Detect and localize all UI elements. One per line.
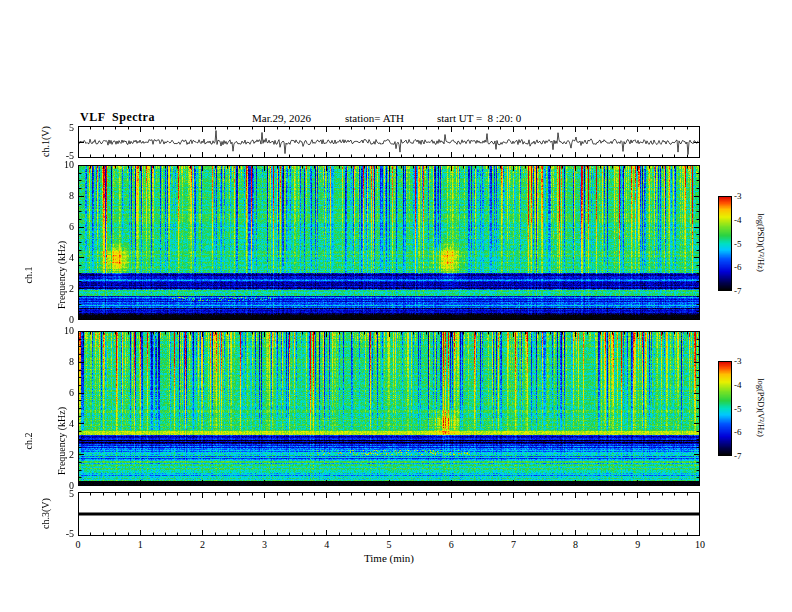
spec-y-tick-label: 4 — [50, 252, 74, 263]
ch3-wave-ylabel: ch.3(V) — [40, 489, 51, 539]
x-tick-label: 7 — [503, 539, 523, 550]
ch1-waveform-panel — [78, 126, 700, 158]
spec-y-tick-label: 4 — [50, 418, 74, 429]
ch1-wave-ylabel: ch.1(V) — [40, 117, 51, 167]
x-tick-label: 5 — [379, 539, 399, 550]
ch1-spectrogram-panel — [78, 165, 700, 320]
x-tick-label: 0 — [68, 539, 88, 550]
spec-y-tick-label: 8 — [50, 190, 74, 201]
colorbar-tick-label: -5 — [734, 404, 754, 415]
header-start-ut: start UT = 8 :20: 0 — [437, 112, 521, 124]
wave-y-tick-label: 5 — [50, 488, 74, 499]
colorbar-tick-label: -3 — [734, 191, 754, 202]
colorbar-tick-label: -4 — [734, 215, 754, 226]
header-date: Mar.29, 2026 — [252, 112, 311, 124]
vlf-spectra-figure: VLF Spectra Mar.29, 2026 station= ATH st… — [0, 0, 792, 612]
x-tick-label: 2 — [192, 539, 212, 550]
x-tick-label: 6 — [441, 539, 461, 550]
colorbar-tick-label: -5 — [734, 239, 754, 250]
colorbar-tick-label: -6 — [734, 262, 754, 273]
spec-y-tick-label: 2 — [50, 283, 74, 294]
header-station: station= ATH — [345, 112, 404, 124]
colorbar-tick-label: -7 — [734, 286, 754, 297]
colorbar-ch2 — [718, 361, 732, 456]
x-tick-label: 9 — [628, 539, 648, 550]
x-tick-label: 1 — [130, 539, 150, 550]
colorbar-tick-label: -6 — [734, 427, 754, 438]
colorbar-2-label: log(PSD)(V²/Hz) — [756, 363, 765, 453]
colorbar-ch1 — [718, 196, 732, 291]
ch1-spec-ylabel-channel: ch.1 — [23, 200, 34, 350]
spec-y-tick-label: 2 — [50, 449, 74, 460]
wave-y-tick-label: -5 — [50, 528, 74, 539]
ch2-spectrogram-panel — [78, 331, 700, 486]
colorbar-tick-label: -3 — [734, 356, 754, 367]
spec-y-tick-label: 6 — [50, 221, 74, 232]
spec-y-tick-label: 0 — [50, 314, 74, 325]
spec-y-tick-label: 6 — [50, 387, 74, 398]
wave-y-tick-label: 5 — [50, 122, 74, 133]
plot-title: VLF Spectra — [80, 111, 155, 123]
wave-y-tick-label: -5 — [50, 150, 74, 161]
spec-y-tick-label: 8 — [50, 356, 74, 367]
spec-y-tick-label: 10 — [50, 325, 74, 336]
ch2-spec-ylabel-channel: ch.2 — [23, 366, 34, 516]
ch1-spec-ylabel: ch.1 Frequency (kHz) — [1, 200, 89, 350]
colorbar-tick-label: -4 — [734, 380, 754, 391]
colorbar-1-label: log(PSD)(V²/Hz) — [756, 198, 765, 288]
x-tick-label: 10 — [690, 539, 710, 550]
x-tick-label: 3 — [255, 539, 275, 550]
x-tick-label: 4 — [317, 539, 337, 550]
x-tick-label: 8 — [566, 539, 586, 550]
ch3-waveform-panel — [78, 492, 700, 536]
x-axis-label: Time (min) — [339, 552, 439, 564]
colorbar-tick-label: -7 — [734, 451, 754, 462]
